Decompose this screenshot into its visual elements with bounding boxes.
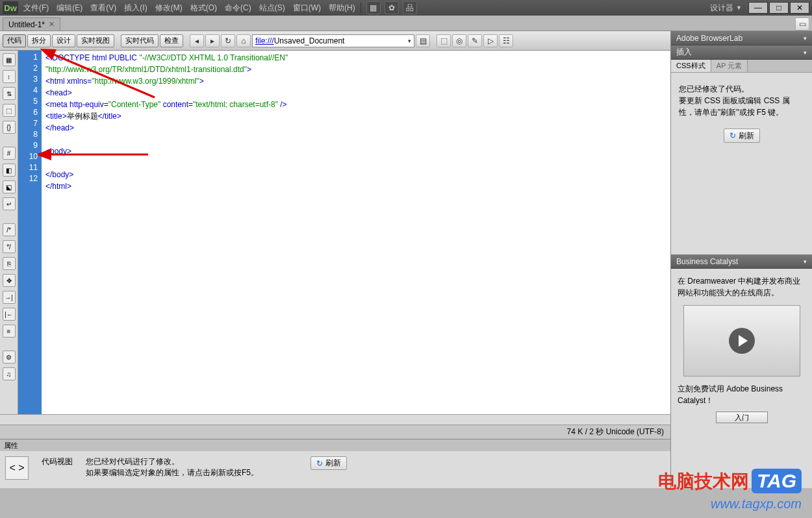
prop-refresh-button[interactable]: ↻ 刷新: [311, 456, 347, 470]
bc-start-button[interactable]: 入门: [716, 412, 768, 423]
address-bar[interactable]: file:///Unsaved_Document▾: [252, 34, 414, 47]
tool-b-icon[interactable]: ♫: [3, 367, 16, 380]
menu-modify[interactable]: 修改(M): [155, 3, 183, 14]
close-button[interactable]: ✕: [790, 2, 809, 14]
tab-close-icon[interactable]: ✕: [49, 20, 55, 29]
split-view-button[interactable]: 拆分: [27, 34, 51, 47]
prop-msg1: 您已经对代码进行了修改。: [86, 456, 259, 467]
document-tab[interactable]: Untitled-1* ✕: [3, 18, 60, 31]
code-view-icon: < >: [5, 456, 29, 480]
apply-comment-icon[interactable]: /*: [3, 223, 16, 236]
code-editor[interactable]: 123 456 789 101112 <!DOCTYPE html PUBLIC…: [18, 51, 670, 414]
maximize-button[interactable]: □: [769, 2, 789, 14]
tool-icon-2[interactable]: ◎: [452, 34, 466, 47]
recent-snippets-icon[interactable]: ⎘: [3, 257, 16, 270]
prop-msg2: 如果要编辑选定对象的属性，请点击刷新或按F5。: [86, 467, 259, 478]
home-icon[interactable]: ⌂: [236, 34, 251, 47]
line-numbers-icon[interactable]: #: [3, 147, 16, 160]
format-icon[interactable]: ≡: [3, 325, 16, 338]
play-icon[interactable]: [729, 328, 755, 354]
css-styles-tab[interactable]: CSS样式: [671, 60, 711, 72]
ap-elements-tab[interactable]: AP 元素: [711, 60, 748, 72]
menu-edit[interactable]: 编辑(E): [57, 3, 82, 14]
menu-view[interactable]: 查看(V): [90, 3, 116, 14]
workspace-switcher[interactable]: 设计器 ▼: [710, 2, 742, 14]
live-view-button[interactable]: 实时视图: [77, 34, 114, 47]
live-code-button[interactable]: 实时代码: [121, 34, 159, 47]
right-panel-group: Adobe BrowserLab▾ 插入▾ CSS样式 AP 元素 您已经修改了…: [670, 31, 812, 488]
tab-restore-icon[interactable]: ▭: [795, 18, 809, 31]
menu-commands[interactable]: 命令(C): [225, 3, 251, 14]
css-msg2: 要更新 CSS 面板或编辑 CSS 属性，请单击"刷新"或按 F5 键。: [679, 95, 804, 118]
collapse-icon[interactable]: ↕: [3, 70, 16, 83]
tab-title: Untitled-1*: [8, 20, 45, 29]
bc-msg: 在 Dreamweaver 中构建并发布商业网站和功能强大的在线商店。: [678, 275, 806, 299]
status-bar: 74 K / 2 秒 Unicode (UTF-8): [0, 425, 670, 439]
document-toolbar: 代码 拆分 设计 实时视图 实时代码 检查 ◂ ▸ ↻ ⌂ file:///Un…: [0, 31, 670, 51]
inspect-button[interactable]: 检查: [160, 34, 183, 47]
code-view-button[interactable]: 代码: [3, 34, 26, 47]
css-msg1: 您已经修改了代码。: [679, 83, 804, 95]
tool-a-icon[interactable]: ⚙: [3, 351, 16, 364]
h-scrollbar[interactable]: [0, 414, 670, 425]
properties-header[interactable]: 属性: [0, 439, 670, 451]
menu-site[interactable]: 站点(S): [259, 3, 285, 14]
tool-icon-5[interactable]: ☷: [499, 34, 513, 47]
site-icon[interactable]: 品: [403, 1, 417, 14]
highlight-icon[interactable]: ◧: [3, 164, 16, 177]
coding-toolbar: ▦ ↕ ⇅ ⬚ {} # ◧ ⬕ ↵ /* */ ⎘ ✥ →| |← ≡ ⚙ ♫: [0, 51, 18, 414]
bc-video-thumb[interactable]: [683, 305, 800, 376]
extend-icon[interactable]: ✿: [385, 1, 399, 14]
css-refresh-button[interactable]: ↻ 刷新: [724, 129, 760, 143]
browser-nav-fwd-icon[interactable]: ▸: [205, 34, 220, 47]
layout-icon[interactable]: ▦: [366, 1, 381, 14]
browser-nav-back-icon[interactable]: ◂: [190, 34, 204, 47]
status-info: 74 K / 2 秒 Unicode (UTF-8): [567, 426, 664, 438]
watermark-url: www.tagxp.com: [658, 497, 802, 512]
balance-icon[interactable]: {}: [3, 121, 16, 134]
app-logo: Dw: [3, 1, 18, 14]
tool-icon-4[interactable]: ▷: [483, 34, 498, 47]
watermark-text: 电脑技术网: [658, 471, 749, 491]
remove-comment-icon[interactable]: */: [3, 240, 16, 253]
menu-format[interactable]: 格式(O): [190, 3, 217, 14]
word-wrap-icon[interactable]: ↵: [3, 197, 16, 210]
editor-main: ▦ ↕ ⇅ ⬚ {} # ◧ ⬕ ↵ /* */ ⎘ ✥ →| |← ≡ ⚙ ♫…: [0, 51, 670, 414]
syntax-icon[interactable]: ⬕: [3, 180, 16, 193]
watermark: 电脑技术网TAG www.tagxp.com: [658, 469, 802, 512]
bc-header[interactable]: Business Catalyst▾: [671, 254, 812, 269]
title-bar: Dw 文件(F) 编辑(E) 查看(V) 插入(I) 修改(M) 格式(O) 命…: [0, 0, 812, 16]
insert-header[interactable]: 插入▾: [671, 45, 812, 60]
prop-codeview-label: 代码视图: [42, 456, 73, 480]
watermark-tag: TAG: [752, 469, 802, 493]
main-menu: 文件(F) 编辑(E) 查看(V) 插入(I) 修改(M) 格式(O) 命令(C…: [23, 3, 355, 14]
open-docs-icon[interactable]: ▦: [3, 53, 16, 66]
outdent-icon[interactable]: |←: [3, 308, 16, 321]
bc-trial-text: 立刻免费试用 Adobe Business Catalyst！: [678, 383, 806, 406]
expand-icon[interactable]: ⇅: [3, 87, 16, 100]
document-tab-bar: Untitled-1* ✕ ▭: [0, 16, 812, 31]
tool-icon-1[interactable]: ⬚: [437, 34, 451, 47]
menu-help[interactable]: 帮助(H): [329, 3, 355, 14]
minimize-button[interactable]: —: [748, 2, 768, 14]
line-gutter: 123 456 789 101112: [18, 51, 42, 414]
menu-file[interactable]: 文件(F): [23, 3, 49, 14]
indent-icon[interactable]: →|: [3, 291, 16, 304]
code-content[interactable]: <!DOCTYPE html PUBLIC "-//W3C//DTD XHTML…: [42, 51, 670, 414]
properties-panel: 属性 < > 代码视图 您已经对代码进行了修改。 如果要编辑选定对象的属性，请点…: [0, 439, 670, 488]
menu-insert[interactable]: 插入(I): [124, 3, 147, 14]
design-view-button[interactable]: 设计: [52, 34, 75, 47]
select-parent-icon[interactable]: ⬚: [3, 104, 16, 117]
refresh-icon[interactable]: ↻: [221, 34, 235, 47]
move-icon[interactable]: ✥: [3, 274, 16, 287]
menu-window[interactable]: 窗口(W): [293, 3, 321, 14]
tool-icon-3[interactable]: ✎: [468, 34, 482, 47]
addr-options-icon[interactable]: ▤: [416, 34, 430, 47]
browserlab-header[interactable]: Adobe BrowserLab▾: [671, 31, 812, 45]
